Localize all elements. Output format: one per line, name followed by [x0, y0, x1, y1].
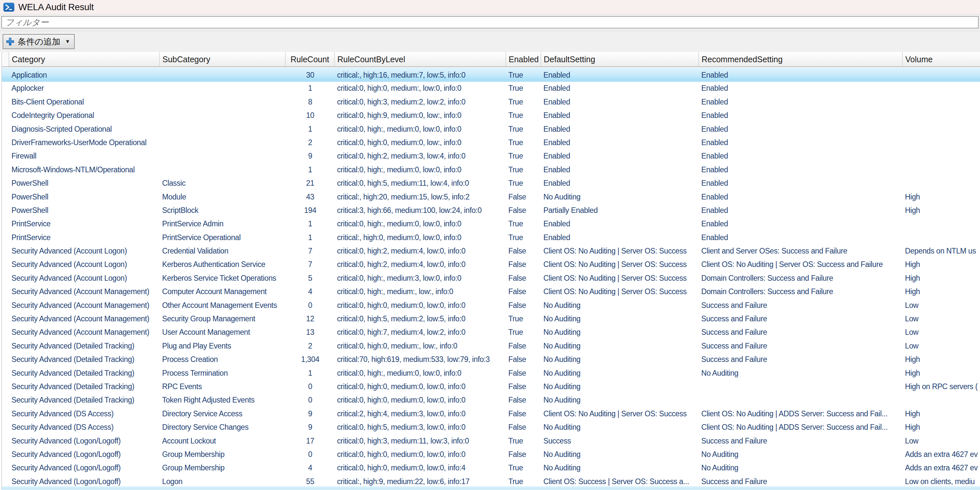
row-gutter [2, 163, 9, 177]
cell-subcategory [160, 95, 286, 109]
cell-rulecountbylevel: critical:70, high:619, medium:533, low:7… [335, 353, 506, 366]
table-row[interactable]: Diagnosis-Scripted Operational 1 critica… [2, 123, 980, 136]
table-row[interactable]: Security Advanced (Account Logon) Kerber… [2, 258, 980, 271]
cell-rulecount: 0 [286, 393, 335, 407]
column-header-rulecountbylevel[interactable]: RuleCountByLevel [335, 52, 506, 67]
cell-category: Security Advanced (DS Access) [9, 407, 160, 420]
cell-defaultsetting: Enabled [541, 109, 699, 122]
add-criteria-button[interactable]: 条件の追加 ▼ [3, 34, 75, 49]
table-row[interactable]: Security Advanced (Logon/Logoff) Group M… [2, 461, 980, 475]
table-row[interactable]: Security Advanced (Account Management) O… [2, 299, 980, 312]
filter-input[interactable] [1, 16, 979, 29]
cell-recommendedsetting: Domain Controllers: Success and Failure [699, 285, 903, 298]
table-row[interactable]: Security Advanced (Account Logon) Kerber… [2, 272, 980, 285]
cell-enabled: True [506, 312, 541, 326]
cell-enabled: True [506, 326, 541, 339]
cell-category: Firewall [9, 150, 160, 163]
cell-category: Bits-Client Operational [9, 95, 160, 109]
table-row[interactable]: Security Advanced (Account Management) U… [2, 326, 980, 339]
cell-defaultsetting: Client OS: No Auditing | Server OS: Succ… [541, 258, 699, 271]
cell-volume: High [903, 420, 980, 434]
cell-category: Diagnosis-Scripted Operational [9, 123, 160, 136]
table-row[interactable]: Security Advanced (Detailed Tracking) Pl… [2, 339, 980, 353]
table-row[interactable]: DriverFrameworks-UserMode Operational 2 … [2, 136, 980, 150]
column-header-subcategory[interactable]: SubCategory [160, 52, 286, 67]
table-row[interactable]: CodeIntegrity Operational 10 critical:0,… [2, 109, 980, 122]
cell-rulecount: 194 [286, 204, 335, 217]
cell-rulecountbylevel: critical:0, high:0, medium:, low:, info:… [335, 339, 506, 353]
cell-defaultsetting: No Auditing [541, 393, 699, 407]
row-gutter [2, 272, 9, 285]
cell-enabled: True [506, 231, 541, 244]
cell-rulecountbylevel: critical:2, high:4, medium:3, low:0, inf… [335, 407, 506, 420]
cell-enabled: False [506, 420, 541, 434]
cell-enabled: False [506, 272, 541, 285]
row-gutter [2, 217, 9, 231]
cell-category: Microsoft-Windows-NTLM/Operational [9, 163, 160, 177]
cell-rulecount: 4 [286, 285, 335, 298]
cell-volume: Low [903, 434, 980, 448]
column-header-recommendedsetting[interactable]: RecommendedSetting [699, 52, 903, 67]
cell-volume: Adds an extra 4627 ev [903, 448, 980, 461]
window-title: WELA Audit Result [18, 2, 94, 13]
cell-subcategory: User Account Management [160, 326, 286, 339]
cell-volume [903, 109, 980, 122]
cell-subcategory: Credential Validation [160, 244, 286, 258]
cell-defaultsetting: Enabled [541, 217, 699, 231]
cell-enabled: False [506, 448, 541, 461]
cell-category: Application [9, 68, 160, 81]
table-row[interactable]: Microsoft-Windows-NTLM/Operational 1 cri… [2, 163, 980, 177]
cell-subcategory: Directory Service Changes [160, 420, 286, 434]
table-row[interactable]: Security Advanced (DS Access) Directory … [2, 420, 980, 434]
filter-panel: 条件の追加 ▼ [0, 14, 980, 52]
column-header-category[interactable]: Category [9, 52, 160, 67]
cell-defaultsetting: Enabled [541, 68, 699, 81]
table-row[interactable]: Security Advanced (Detailed Tracking) Pr… [2, 366, 980, 380]
table-row[interactable]: Security Advanced (Account Management) C… [2, 285, 980, 298]
table-row[interactable]: Security Advanced (Detailed Tracking) To… [2, 393, 980, 407]
cell-volume: High [903, 366, 980, 380]
table-row[interactable]: PowerShell ScriptBlock 194 critical:3, h… [2, 204, 980, 217]
table-row[interactable]: PrintService PrintService Operational 1 … [2, 231, 980, 244]
cell-defaultsetting: No Auditing [541, 190, 699, 204]
cell-enabled: True [506, 123, 541, 136]
cell-recommendedsetting: Success and Failure [699, 299, 903, 312]
cell-rulecount: 5 [286, 272, 335, 285]
table-row[interactable]: Security Advanced (Account Management) S… [2, 312, 980, 326]
next-row-partial-selection [2, 487, 980, 490]
cell-defaultsetting: Enabled [541, 136, 699, 150]
table-row[interactable]: Security Advanced (Detailed Tracking) Pr… [2, 353, 980, 366]
column-header-rulecount[interactable]: RuleCount [286, 52, 335, 67]
table-row[interactable]: Security Advanced (DS Access) Directory … [2, 407, 980, 420]
cell-enabled: False [506, 380, 541, 393]
cell-enabled: True [506, 434, 541, 448]
table-row[interactable]: Security Advanced (Logon/Logoff) Account… [2, 434, 980, 448]
table-row[interactable]: Security Advanced (Detailed Tracking) RP… [2, 380, 980, 393]
cell-recommendedsetting: Enabled [699, 231, 903, 244]
table-row[interactable]: Security Advanced (Logon/Logoff) Group M… [2, 448, 980, 461]
cell-recommendedsetting [699, 393, 903, 407]
cell-defaultsetting: No Auditing [541, 461, 699, 475]
column-header-defaultsetting[interactable]: DefaultSetting [541, 52, 699, 67]
table-row[interactable]: PrintService PrintService Admin 1 critic… [2, 217, 980, 231]
cell-category: PrintService [9, 217, 160, 231]
table-row[interactable]: Security Advanced (Account Logon) Creden… [2, 244, 980, 258]
cell-enabled: False [506, 353, 541, 366]
table-row[interactable]: Applocker 1 critical:0, high:0, medium:,… [2, 81, 980, 95]
chevron-down-icon: ▼ [65, 39, 70, 45]
table-row[interactable]: Firewall 9 critical:0, high:2, medium:3,… [2, 150, 980, 163]
cell-recommendedsetting: Enabled [699, 95, 903, 109]
column-header-enabled[interactable]: Enabled [506, 52, 541, 67]
cell-volume [903, 123, 980, 136]
table-row[interactable]: PowerShell Module 43 critical:, high:20,… [2, 190, 980, 204]
cell-category: Security Advanced (Detailed Tracking) [9, 353, 160, 366]
table-row[interactable]: PowerShell Classic 21 critical:0, high:5… [2, 177, 980, 190]
table-row[interactable]: Bits-Client Operational 8 critical:0, hi… [2, 95, 980, 109]
row-gutter [2, 393, 9, 407]
column-header-volume[interactable]: Volume [903, 52, 980, 67]
table-row[interactable]: Application 30 critical:, high:16, mediu… [2, 68, 980, 81]
cell-rulecountbylevel: critical:0, high:5, medium:3, low:0, inf… [335, 420, 506, 434]
cell-enabled: False [506, 393, 541, 407]
cell-subcategory: RPC Events [160, 380, 286, 393]
cell-rulecount: 1,304 [286, 353, 335, 366]
